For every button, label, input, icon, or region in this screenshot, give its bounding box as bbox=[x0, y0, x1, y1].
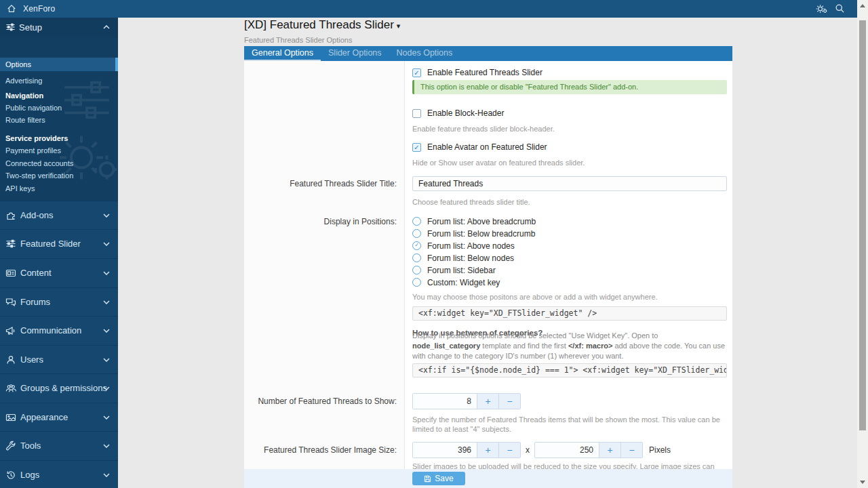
page-scrollbar[interactable] bbox=[857, 0, 868, 488]
sidebar-section-groups-permissions[interactable]: Groups & permissions bbox=[0, 373, 118, 402]
radio-below-breadcrumb[interactable]: ✓ Forum list: Below breadcrumb bbox=[412, 228, 535, 239]
sidebar-section-setup[interactable]: Setup bbox=[0, 18, 118, 37]
chevron-down-icon bbox=[103, 214, 110, 218]
form-row-avatar: ✓ Enable Avatar on Featured Slider Hide … bbox=[244, 136, 732, 169]
increment-button[interactable]: + bbox=[599, 443, 620, 458]
sidebar-section-logs[interactable]: Logs bbox=[0, 460, 118, 488]
home-icon[interactable] bbox=[7, 4, 16, 14]
checkbox-label: Enable Avatar on Featured Slider bbox=[427, 142, 547, 152]
decrement-button[interactable]: − bbox=[620, 443, 642, 458]
enable-slider-checkbox-row[interactable]: ✓ Enable Featured Threads Slider bbox=[412, 68, 542, 77]
radio-icon[interactable]: ✓ bbox=[412, 229, 421, 238]
sidebar-item-public-navigation[interactable]: Public navigation bbox=[0, 101, 118, 115]
page-subtitle: Featured Threads Slider Options bbox=[244, 36, 352, 44]
radio-icon[interactable]: ✓ bbox=[412, 278, 421, 287]
checkbox-avatar[interactable]: ✓ bbox=[412, 143, 421, 152]
checkbox-label: Enable Block-Header bbox=[427, 108, 504, 118]
setup-submenu: Options Advertising Navigation Public na… bbox=[0, 37, 118, 201]
sidebar-item-route-filters[interactable]: Route filters bbox=[0, 113, 118, 127]
radio-below-nodes[interactable]: ✓ Forum list: Below nodes bbox=[412, 253, 514, 263]
if-code-snippet: <xf:if is="{$node.node_id} === 1"> <xf:w… bbox=[412, 363, 727, 378]
sidebar-section-featured-slider[interactable]: Featured Slider bbox=[0, 229, 118, 258]
title-dropdown-caret-icon[interactable]: ▾ bbox=[397, 22, 401, 30]
radio-custom-widget-key[interactable]: ✓ Custom: Widget key bbox=[412, 277, 500, 287]
sidebar-item-options[interactable]: Options bbox=[0, 58, 118, 71]
sidebar-item-two-step-verification[interactable]: Two-step verification bbox=[0, 169, 118, 182]
scroll-up-arrow-icon[interactable] bbox=[860, 4, 865, 7]
radio-icon[interactable]: ✓ bbox=[412, 217, 421, 226]
radio-above-breadcrumb[interactable]: ✓ Forum list: Above breadcrumb bbox=[412, 216, 536, 226]
sidebar-item-label: Payment profiles bbox=[5, 146, 61, 155]
tab-general-options[interactable]: General Options bbox=[244, 46, 321, 61]
radio-above-nodes[interactable]: ✓ Forum list: Above nodes bbox=[412, 241, 515, 251]
sidebar-section-content[interactable]: Content bbox=[0, 258, 118, 287]
threads-count-hint: Specify the number of Featured Threads i… bbox=[412, 415, 727, 434]
howto-text: Display in positions options should be s… bbox=[412, 331, 658, 340]
sidebar-setup-label: Setup bbox=[19, 22, 42, 33]
decrement-button[interactable]: − bbox=[498, 394, 520, 409]
radio-label: Custom: Widget key bbox=[427, 278, 500, 287]
radio-icon[interactable]: ✓ bbox=[412, 253, 421, 262]
increment-button[interactable]: + bbox=[477, 443, 498, 458]
image-icon bbox=[5, 412, 16, 423]
sidebar-item-connected-accounts[interactable]: Connected accounts bbox=[0, 157, 118, 170]
check-icon: ✓ bbox=[413, 144, 420, 151]
chevron-down-icon bbox=[103, 358, 110, 362]
main-area: [XD] Featured Threads Slider▾ Featured T… bbox=[118, 18, 857, 488]
chevron-down-icon bbox=[103, 386, 110, 390]
tab-slider-options[interactable]: Slider Options bbox=[321, 46, 389, 61]
form-row-positions: Display in Positions: ✓ Forum list: Abov… bbox=[244, 210, 732, 386]
checkbox-label: Enable Featured Threads Slider bbox=[427, 68, 542, 77]
sidebar: Setup Options Advertising Navigation Pub… bbox=[0, 18, 118, 488]
chevron-down-icon bbox=[103, 415, 110, 420]
gears-icon[interactable] bbox=[816, 3, 827, 14]
sidebar-section-add-ons[interactable]: Add-ons bbox=[0, 201, 118, 229]
threads-count-input[interactable] bbox=[413, 394, 477, 409]
checkbox-enable-slider[interactable]: ✓ bbox=[412, 68, 421, 77]
threads-count-spinner: + − bbox=[412, 393, 521, 409]
chevron-down-icon bbox=[103, 271, 110, 275]
image-height-input[interactable] bbox=[535, 443, 599, 458]
enable-slider-notice: This option is enable or disable "Featur… bbox=[412, 80, 727, 94]
image-width-input[interactable] bbox=[413, 443, 477, 458]
checkbox-block-header[interactable]: ✓ bbox=[412, 109, 421, 118]
block-header-hint: Enable feature threads slider block-head… bbox=[412, 124, 727, 134]
sidebar-section-appearance[interactable]: Appearance bbox=[0, 403, 118, 431]
brand-link[interactable]: XenForo bbox=[23, 4, 55, 14]
page-title[interactable]: [XD] Featured Threads Slider▾ bbox=[244, 18, 400, 32]
scrollbar-thumb[interactable] bbox=[859, 20, 866, 430]
chevron-down-icon bbox=[103, 473, 110, 477]
chevron-down-icon bbox=[103, 300, 110, 304]
sidebar-section-tools[interactable]: Tools bbox=[0, 431, 118, 460]
radio-icon[interactable]: ✓ bbox=[412, 266, 421, 274]
users-group-icon bbox=[5, 383, 17, 394]
scroll-down-arrow-icon[interactable] bbox=[860, 481, 865, 484]
form-row-block-header: ✓ Enable Block-Header Enable feature thr… bbox=[244, 102, 732, 136]
wrench-icon bbox=[5, 441, 16, 451]
sidebar-section-users[interactable]: Users bbox=[0, 345, 118, 373]
decrement-button[interactable]: − bbox=[498, 443, 520, 458]
avatar-checkbox-row[interactable]: ✓ Enable Avatar on Featured Slider bbox=[412, 142, 547, 152]
save-button[interactable]: Save bbox=[412, 472, 465, 485]
comments-icon bbox=[5, 297, 16, 308]
positions-label: Display in Positions: bbox=[244, 217, 397, 226]
positions-hint: You may choose those positons are above … bbox=[412, 292, 727, 302]
size-unit-label: Pixels bbox=[649, 445, 671, 455]
sidebar-item-label: Connected accounts bbox=[5, 159, 73, 167]
search-icon[interactable] bbox=[835, 3, 845, 14]
sidebar-item-advertising[interactable]: Advertising bbox=[0, 74, 118, 87]
radio-sidebar[interactable]: ✓ Forum list: Sidebar bbox=[412, 265, 496, 275]
content-column: [XD] Featured Threads Slider▾ Featured T… bbox=[244, 18, 732, 488]
sidebar-section-forums[interactable]: Forums bbox=[0, 287, 118, 316]
options-form: ✓ Enable Featured Threads Slider This op… bbox=[244, 61, 732, 469]
image-width-spinner: + − bbox=[412, 442, 521, 458]
sidebar-item-payment-profiles[interactable]: Payment profiles bbox=[0, 144, 118, 157]
slider-title-input[interactable] bbox=[412, 176, 727, 191]
content-card-icon bbox=[5, 268, 16, 279]
sidebar-section-communication[interactable]: Communication bbox=[0, 316, 118, 344]
radio-icon[interactable]: ✓ bbox=[412, 241, 421, 250]
tab-nodes-options[interactable]: Nodes Options bbox=[389, 46, 460, 61]
sidebar-item-api-keys[interactable]: API keys bbox=[0, 182, 118, 195]
block-header-checkbox-row[interactable]: ✓ Enable Block-Header bbox=[412, 108, 504, 118]
increment-button[interactable]: + bbox=[477, 394, 498, 409]
